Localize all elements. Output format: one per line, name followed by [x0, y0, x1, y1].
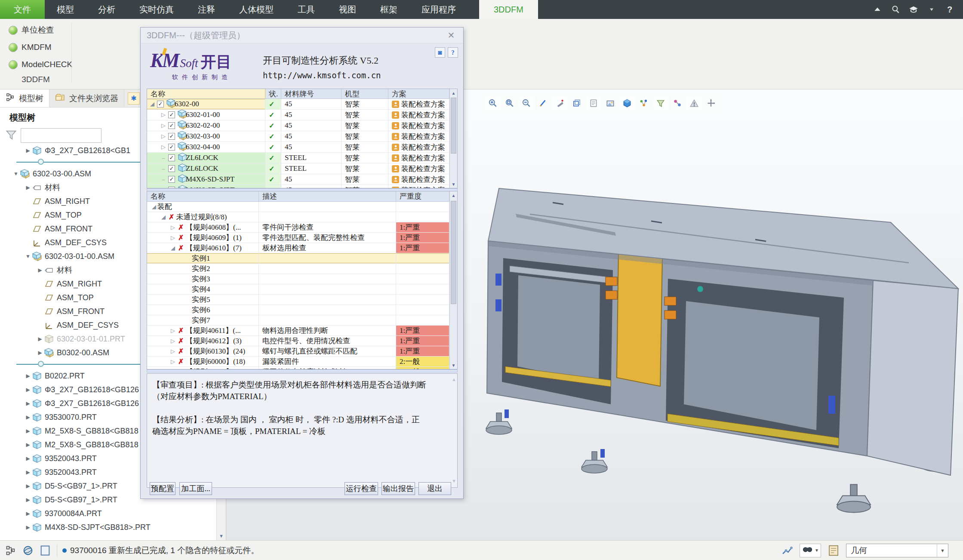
rule-row-【规则40612】(3)[interactable]: ▷✗【规则40612】(3)电控件型号、使用情况检查1:严重 [147, 336, 457, 346]
expand-right-icon[interactable]: ▶ [24, 428, 32, 434]
expand-right-icon[interactable]: ▶ [36, 336, 44, 342]
tree-filter-input[interactable] [21, 128, 102, 143]
rule-row-【规则40611】(...[interactable]: ▷✗【规则40611】(...物料选用合理性判断1:严重 [147, 326, 457, 336]
rule-row-未通过规则(8/8)[interactable]: ◢✗未通过规则(8/8) [147, 212, 457, 222]
parts-row-ZL6LOCK[interactable]: –✓ZL6LOCK✓STEEL智莱装配检查方案 [147, 153, 457, 163]
expand-down-icon[interactable]: ◢ [151, 203, 157, 210]
rule-row-实例5[interactable]: 实例5 [147, 295, 457, 305]
parts-row-M4X6-SD-SJPT[interactable]: –✓M4X6-SD-SJPT✓45智莱装配检查方案 [147, 185, 457, 188]
ribbon-button-单位检查[interactable]: 单位检查 [5, 22, 58, 38]
expand-right-icon[interactable]: ▶ [24, 414, 32, 420]
menu-item-视图[interactable]: 视图 [327, 0, 368, 19]
detail-scroll-up-icon[interactable]: ▲ [452, 377, 456, 382]
find-icon[interactable]: ▼ [800, 544, 821, 557]
rules-table-hscrollbar[interactable] [147, 369, 458, 372]
caret-down-icon[interactable] [926, 4, 937, 15]
run-check-button[interactable]: 运行检查 [345, 482, 378, 495]
expand-right-icon[interactable]: ▶ [36, 350, 44, 356]
expand-right-icon[interactable]: ▷ [160, 144, 167, 151]
parts-scroll-up-icon[interactable]: ▲ [450, 89, 457, 97]
expand-right-icon[interactable]: ▷ [169, 348, 176, 355]
expand-right-icon[interactable]: ▶ [24, 483, 32, 489]
expand-right-icon[interactable]: ▷ [160, 122, 167, 129]
rules-col-header-描述[interactable]: 描述 [259, 191, 396, 201]
shaded-cube-button[interactable] [619, 96, 635, 110]
capture-button[interactable] [603, 96, 618, 110]
tree-item-M4X8-SD-SJPT<GB818>.PRT[interactable]: ▶M4X8-SD-SJPT<GB818>.PRT [0, 520, 216, 534]
expand-right-icon[interactable]: ▶ [24, 455, 32, 462]
row-checkbox[interactable]: ✓ [168, 133, 175, 140]
preconfig-button[interactable]: 预配置 [150, 482, 175, 495]
learning-center-icon[interactable] [908, 4, 919, 15]
zoom-in-button[interactable] [485, 96, 501, 110]
spray-button[interactable] [552, 96, 568, 110]
row-checkbox[interactable]: ✓ [168, 122, 175, 129]
rules-scroll-up-icon[interactable]: ▲ [450, 191, 457, 199]
model-tree-toggle-icon[interactable] [4, 544, 17, 557]
menu-item-框架[interactable]: 框架 [368, 0, 409, 19]
notes-button[interactable] [586, 96, 601, 110]
rule-row-实例4[interactable]: 实例4 [147, 284, 457, 295]
dragger-toggle-icon[interactable] [781, 544, 794, 557]
rules-col-header-严重度[interactable]: 严重度 [396, 191, 449, 201]
collapse-ribbon-icon[interactable] [872, 4, 883, 15]
expand-right-icon[interactable]: ▶ [24, 511, 32, 517]
chevron-down-icon[interactable]: ▼ [937, 544, 948, 557]
favorites-icon[interactable]: ✱ [128, 92, 140, 105]
expand-right-icon[interactable]: ▶ [24, 373, 32, 379]
zoom-out-button[interactable] [519, 96, 534, 110]
menu-item-分析[interactable]: 分析 [86, 0, 127, 19]
rules-scroll-down-icon[interactable]: ▼ [450, 361, 457, 369]
expand-right-icon[interactable]: ▶ [24, 524, 32, 530]
rule-row-实例6[interactable]: 实例6 [147, 305, 457, 315]
nodes-button[interactable] [670, 96, 685, 110]
expand-down-icon[interactable]: ◢ [169, 245, 176, 252]
expand-right-icon[interactable]: ▶ [24, 148, 32, 154]
rules-col-header-名称[interactable]: 名称 [147, 191, 259, 201]
expand-right-icon[interactable]: ▶ [24, 400, 32, 406]
expand-down-icon[interactable]: ▼ [12, 171, 20, 177]
menu-item-应用程序[interactable]: 应用程序 [409, 0, 468, 19]
ribbon-button-ModelCHECK[interactable]: ModelCHECK [5, 57, 76, 72]
menu-item-模型[interactable]: 模型 [45, 0, 86, 19]
parts-col-header-状.[interactable]: 状. [265, 89, 281, 98]
parts-row-6302-03-00[interactable]: ▷✓6302-03-00✓45智莱装配检查方案 [147, 131, 457, 142]
rule-row-【规则40610】(7)[interactable]: ◢✗【规则40610】(7)板材选用检查1:严重 [147, 243, 457, 253]
output-report-button[interactable]: 输出报告 [382, 482, 415, 495]
menu-item-工具[interactable]: 工具 [286, 0, 327, 19]
exit-button[interactable]: 退出 [418, 482, 451, 495]
expand-right-icon[interactable]: ▶ [24, 185, 32, 191]
display-filter-button[interactable] [653, 96, 668, 110]
help-icon[interactable]: ? [448, 47, 458, 58]
warning-button[interactable] [686, 96, 702, 110]
help-icon[interactable]: ? [944, 4, 955, 15]
rule-row-【规则60130】(24)[interactable]: ▷✗【规则60130】(24)螺钉与螺孔直径或螺距不匹配1:严重 [147, 346, 457, 357]
expand-down-icon[interactable]: ◢ [149, 101, 156, 108]
panel-toggle-icon[interactable] [39, 544, 52, 557]
parts-table-scrollbar[interactable]: ▲ ▼ [449, 89, 457, 188]
rule-row-【规则60000】(18)[interactable]: ▷✗【规则60000】(18)漏装紧固件2:一般 [147, 357, 457, 367]
cabinet-end-face[interactable] [867, 280, 958, 475]
browser-toggle-icon[interactable] [22, 544, 34, 557]
row-checkbox[interactable]: ✓ [168, 144, 175, 151]
command-search-icon[interactable] [890, 4, 901, 15]
parts-scroll-down-icon[interactable]: ▼ [450, 180, 457, 188]
expand-right-icon[interactable]: ▶ [24, 387, 32, 393]
menu-item-3DDFM[interactable]: 3DDFM [479, 0, 538, 19]
expand-right-icon[interactable]: ▷ [169, 234, 176, 241]
menu-item-注释[interactable]: 注释 [186, 0, 227, 19]
tab-文件夹浏览器[interactable]: 文件夹浏览器 [49, 89, 124, 107]
parts-col-header-机型[interactable]: 机型 [342, 89, 388, 98]
expand-right-icon[interactable]: ▶ [24, 497, 32, 503]
rule-row-实例3[interactable]: 实例3 [147, 274, 457, 284]
row-checkbox[interactable]: ✓ [168, 176, 175, 183]
parts-col-header-材料牌号[interactable]: 材料牌号 [281, 89, 342, 98]
menu-item-实时仿真[interactable]: 实时仿真 [127, 0, 186, 19]
rule-row-实例2[interactable]: 实例2 [147, 264, 457, 274]
expand-right-icon[interactable]: ▶ [36, 267, 44, 273]
row-checkbox[interactable]: ✓ [157, 101, 164, 108]
expand-right-icon[interactable]: ▷ [169, 358, 176, 365]
rule-row-实例1[interactable]: 实例1 [147, 253, 457, 264]
parts-row-6302-00[interactable]: ◢✓6302-00✓45智莱装配检查方案 [147, 99, 457, 110]
expand-right-icon[interactable]: ▷ [160, 111, 167, 118]
